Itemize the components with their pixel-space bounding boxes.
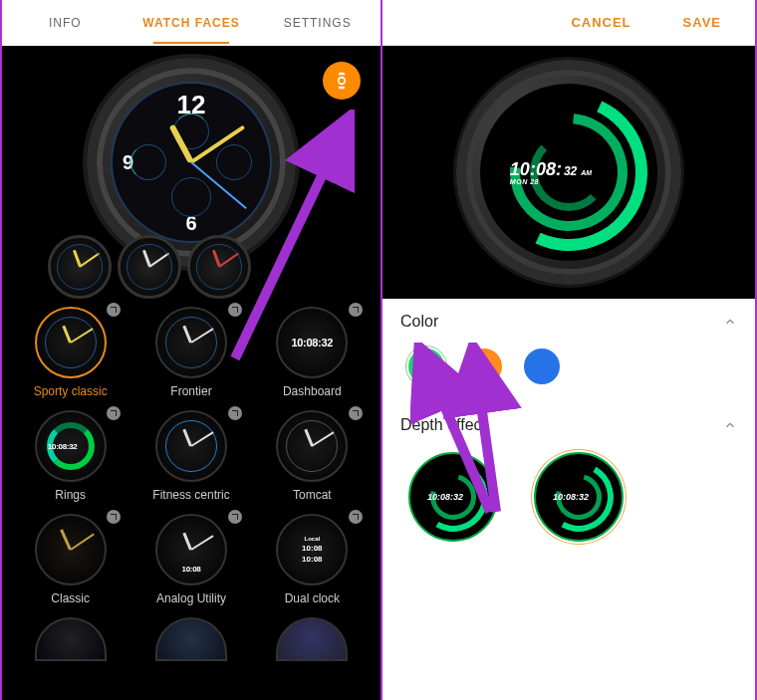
face-classic[interactable]: Classic <box>10 508 130 611</box>
watch-faces-screen: INFO WATCH FACES SETTINGS 12 6 9 <box>0 0 382 700</box>
watch-face-hero: 12 6 9 <box>2 46 380 295</box>
clock-icon <box>228 510 242 524</box>
face-label: Frontier <box>170 384 211 398</box>
face-rings[interactable]: 10:08:32 Rings <box>10 404 130 508</box>
color-section-header[interactable]: Color <box>400 313 737 331</box>
color-swatches <box>400 331 737 394</box>
watch-icon <box>332 71 352 91</box>
face-label: Fitness centric <box>152 488 229 502</box>
depth-option-1[interactable]: 10:08:32 <box>408 452 498 542</box>
clock-icon <box>107 406 121 420</box>
face-analog-utility[interactable]: 10:08 Analog Utility <box>130 508 251 611</box>
color-swatch-green[interactable] <box>408 349 444 384</box>
face-frontier[interactable]: Frontier <box>130 301 251 404</box>
depth-option-2[interactable]: 10:08:32 <box>534 452 624 542</box>
hero-variant-1[interactable] <box>48 235 112 299</box>
clock-icon <box>349 303 363 317</box>
left-tab-bar: INFO WATCH FACES SETTINGS <box>2 0 380 46</box>
chevron-up-icon <box>723 418 737 432</box>
clock-icon <box>349 510 363 524</box>
tab-settings[interactable]: SETTINGS <box>254 2 380 44</box>
face-more-3[interactable] <box>252 611 373 667</box>
customize-header: CANCEL SAVE <box>382 0 755 46</box>
depth-title: Depth effect <box>400 416 486 434</box>
save-button[interactable]: SAVE <box>657 15 747 30</box>
customize-screen: CANCEL SAVE 10:08:32AM MON 28 <box>382 0 757 700</box>
clock-icon <box>228 406 242 420</box>
color-title: Color <box>400 313 438 331</box>
customize-fab[interactable] <box>323 62 361 100</box>
preview-watch[interactable]: 10:08:32AM MON 28 <box>456 60 681 285</box>
clock-icon <box>107 510 121 524</box>
face-label: Tomcat <box>293 488 332 502</box>
depth-section-header[interactable]: Depth effect <box>400 416 737 434</box>
hero-variant-2[interactable] <box>118 235 181 299</box>
clock-icon <box>228 303 242 317</box>
preview-time: 10:08:32AM MON 28 <box>510 159 592 185</box>
tab-watch-faces[interactable]: WATCH FACES <box>128 2 255 44</box>
face-label: Sporty classic <box>34 384 108 398</box>
cancel-button[interactable]: CANCEL <box>545 15 656 30</box>
face-label: Rings <box>55 488 86 502</box>
face-dual-clock[interactable]: Local 10:08 10:08 Dual clock <box>252 508 373 611</box>
face-fitness-centric[interactable]: Fitness centric <box>130 404 251 508</box>
tab-info[interactable]: INFO <box>2 2 128 44</box>
face-label: Dual clock <box>285 591 340 605</box>
watch-face-grid[interactable]: Sporty classic Frontier 10:08:32 Dashboa… <box>2 295 380 700</box>
face-label: Classic <box>51 591 90 605</box>
hero-variant-row <box>48 235 251 299</box>
face-dashboard[interactable]: 10:08:32 Dashboard <box>252 301 373 404</box>
clock-icon <box>349 406 363 420</box>
face-tomcat[interactable]: Tomcat <box>252 404 373 508</box>
hero-variant-3[interactable] <box>187 235 251 299</box>
face-label: Analog Utility <box>156 591 226 605</box>
color-swatch-blue[interactable] <box>524 349 560 384</box>
chevron-up-icon <box>723 315 737 329</box>
face-more-1[interactable] <box>10 611 130 667</box>
depth-options: 10:08:32 10:08:32 <box>400 434 737 560</box>
color-section: Color <box>382 299 755 402</box>
face-sporty-classic[interactable]: Sporty classic <box>10 301 130 404</box>
face-more-2[interactable] <box>130 611 251 667</box>
depth-section: Depth effect 10:08:32 10:08:32 <box>382 402 755 568</box>
color-swatch-orange[interactable] <box>466 349 502 384</box>
customize-preview: 10:08:32AM MON 28 <box>382 46 755 299</box>
clock-icon <box>107 303 121 317</box>
face-label: Dashboard <box>283 384 342 398</box>
